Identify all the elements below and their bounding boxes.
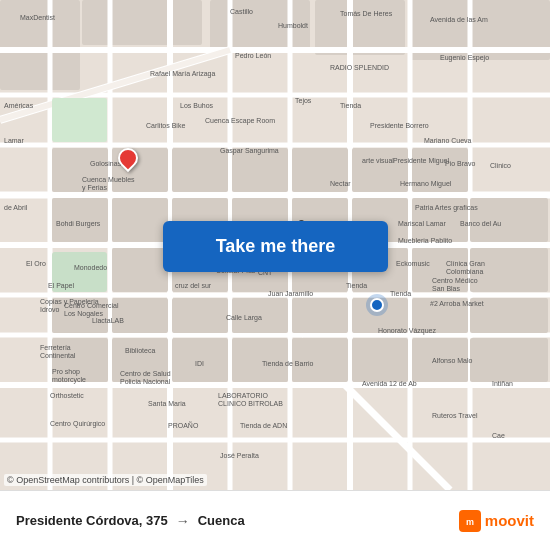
route-info: Presidente Córdova, 375 → Cuenca <box>16 513 245 529</box>
svg-rect-36 <box>112 198 168 242</box>
svg-text:San Blas: San Blas <box>432 285 461 292</box>
svg-text:Clínica Gran: Clínica Gran <box>446 260 485 267</box>
svg-text:Ruteros Travel: Ruteros Travel <box>432 412 478 419</box>
location-pin <box>118 148 138 168</box>
svg-text:Orthostetic: Orthostetic <box>50 392 84 399</box>
svg-text:m: m <box>466 517 474 527</box>
svg-text:Intiñan: Intiñan <box>492 380 513 387</box>
svg-rect-2 <box>82 0 202 45</box>
route-to: Cuenca <box>198 513 245 528</box>
svg-text:Carlitos Bike: Carlitos Bike <box>146 122 185 129</box>
svg-rect-63 <box>352 338 408 382</box>
svg-rect-30 <box>172 148 228 192</box>
svg-text:Tienda: Tienda <box>346 282 367 289</box>
current-location-dot <box>370 298 384 312</box>
svg-text:MaxDentist: MaxDentist <box>20 14 55 21</box>
svg-rect-4 <box>315 0 405 55</box>
svg-text:Cae: Cae <box>492 432 505 439</box>
moovit-logo: m moovit <box>459 510 534 532</box>
svg-text:Pro shop: Pro shop <box>52 368 80 376</box>
svg-text:Bohdi Burgers: Bohdi Burgers <box>56 220 101 228</box>
svg-text:Lamar: Lamar <box>4 137 25 144</box>
svg-text:Tejos: Tejos <box>295 97 312 105</box>
route-from: Presidente Córdova, 375 <box>16 513 168 528</box>
svg-rect-52 <box>172 298 228 333</box>
svg-text:Eckomusic: Eckomusic <box>396 260 430 267</box>
svg-text:Patria Artes graficas: Patria Artes graficas <box>415 204 478 212</box>
svg-text:Alfonso Malo: Alfonso Malo <box>432 357 473 364</box>
svg-text:LlactaLAB: LlactaLAB <box>92 317 124 324</box>
svg-text:Honorato Vázquez: Honorato Vázquez <box>378 327 436 335</box>
svg-text:Los Buhos: Los Buhos <box>180 102 214 109</box>
svg-text:Mariano Cueva: Mariano Cueva <box>424 137 472 144</box>
svg-rect-43 <box>112 248 168 292</box>
moovit-brand-text: moovit <box>485 512 534 529</box>
take-me-there-button[interactable]: Take me there <box>163 221 388 272</box>
svg-text:Avenida de las Am: Avenida de las Am <box>430 16 488 23</box>
svg-text:Calle Larga: Calle Larga <box>226 314 262 322</box>
svg-text:de Abril: de Abril <box>4 204 28 211</box>
svg-text:Ferretería: Ferretería <box>40 344 71 351</box>
svg-text:Presidente Borrero: Presidente Borrero <box>370 122 429 129</box>
svg-text:arte visual: arte visual <box>362 157 394 164</box>
svg-text:Colombiana: Colombiana <box>446 268 483 275</box>
svg-text:Avenida 12 de Ab: Avenida 12 de Ab <box>362 380 417 387</box>
svg-text:Centro Médico: Centro Médico <box>432 277 478 284</box>
svg-text:PROAÑO: PROAÑO <box>168 421 199 429</box>
svg-text:Cuenca Muebles: Cuenca Muebles <box>82 176 135 183</box>
svg-text:Pedro León: Pedro León <box>235 52 271 59</box>
svg-text:cruz del sur: cruz del sur <box>175 282 212 289</box>
svg-rect-31 <box>232 148 288 192</box>
svg-text:#2 Arroba Market: #2 Arroba Market <box>430 300 484 307</box>
svg-rect-27 <box>52 98 107 142</box>
svg-text:Presidente Miguel: Presidente Miguel <box>393 157 449 165</box>
svg-text:Rafael María Arizaga: Rafael María Arizaga <box>150 70 215 78</box>
svg-text:Tienda de ADN: Tienda de ADN <box>240 422 287 429</box>
svg-text:Nectar: Nectar <box>330 180 351 187</box>
svg-text:Banco del Au: Banco del Au <box>460 220 501 227</box>
route-arrow-icon: → <box>176 513 190 529</box>
svg-text:Pio Bravo: Pio Bravo <box>445 160 475 167</box>
svg-text:Santa Maria: Santa Maria <box>148 400 186 407</box>
svg-text:Tienda de Barrio: Tienda de Barrio <box>262 360 314 367</box>
svg-text:Gaspar Sangurima: Gaspar Sangurima <box>220 147 279 155</box>
svg-rect-65 <box>470 338 548 382</box>
svg-rect-51 <box>112 298 168 333</box>
svg-text:Juan Jaramillo: Juan Jaramillo <box>268 290 313 297</box>
svg-text:CLINICO BITROLAB: CLINICO BITROLAB <box>218 400 283 407</box>
svg-text:Tienda: Tienda <box>340 102 361 109</box>
svg-text:motorcycle: motorcycle <box>52 376 86 384</box>
svg-text:Continental: Continental <box>40 352 76 359</box>
svg-text:Monodedo: Monodedo <box>74 264 107 271</box>
svg-text:Muebleria Pablito: Muebleria Pablito <box>398 237 452 244</box>
svg-text:LABORATORIO: LABORATORIO <box>218 392 268 399</box>
svg-text:El Oro: El Oro <box>26 260 46 267</box>
svg-text:RADIO SPLENDID: RADIO SPLENDID <box>330 64 389 71</box>
svg-text:Tienda: Tienda <box>390 290 411 297</box>
bottom-bar: Presidente Córdova, 375 → Cuenca m moovi… <box>0 490 550 550</box>
svg-text:Tomás De Heres: Tomás De Heres <box>340 10 393 17</box>
svg-text:Centro Quirúrgico: Centro Quirúrgico <box>50 420 105 428</box>
svg-text:IDI: IDI <box>195 360 204 367</box>
svg-text:Cuenca Escape Room: Cuenca Escape Room <box>205 117 275 125</box>
svg-text:Centro Comercial: Centro Comercial <box>64 302 119 309</box>
svg-text:Mariscal Lamar: Mariscal Lamar <box>398 220 447 227</box>
svg-text:El Papel: El Papel <box>48 282 75 290</box>
svg-text:Humboldt: Humboldt <box>278 22 308 29</box>
svg-text:y Ferias: y Ferias <box>82 184 107 192</box>
svg-text:Clinico: Clinico <box>490 162 511 169</box>
map-copyright: © OpenStreetMap contributors | © OpenMap… <box>4 474 207 486</box>
svg-rect-54 <box>292 298 348 333</box>
svg-text:Eugenio Espejo: Eugenio Espejo <box>440 54 489 62</box>
svg-text:Policía Nacional: Policía Nacional <box>120 378 171 385</box>
svg-text:Biblioteca: Biblioteca <box>125 347 155 354</box>
svg-text:Centro de Salud: Centro de Salud <box>120 370 171 377</box>
svg-text:Hermano Miguel: Hermano Miguel <box>400 180 452 188</box>
svg-text:Américas: Américas <box>4 102 34 109</box>
svg-text:Idrovo: Idrovo <box>40 306 60 313</box>
moovit-icon: m <box>459 510 481 532</box>
svg-text:Castillo: Castillo <box>230 8 253 15</box>
svg-text:José Peralta: José Peralta <box>220 452 259 459</box>
map-container: MaxDentist Castillo Humboldt Tomás De He… <box>0 0 550 490</box>
